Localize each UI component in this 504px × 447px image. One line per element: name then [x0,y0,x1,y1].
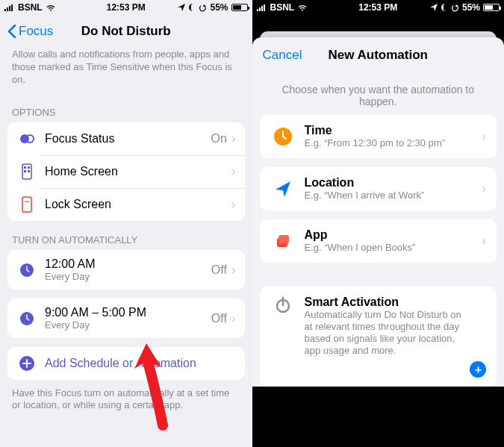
plus-badge-icon[interactable]: ＋ [470,361,486,378]
page-title: Do Not Disturb [0,24,252,39]
chevron-right-icon: › [482,181,486,196]
schedule-1: 12:00 AM Every Day Off › [7,250,245,290]
svg-rect-7 [24,166,26,169]
row-value: On [211,132,226,146]
status-bar: BSNL 12:53 PM ⭯ 55% [252,0,505,15]
card-time[interactable]: Time E.g. “From 12:30 pm to 2:30 pm” › [260,115,497,158]
add-label: Add Schedule or Automation [45,357,196,370]
svg-rect-6 [22,164,31,179]
chevron-right-icon: › [231,131,236,146]
plus-circle-icon [16,355,37,372]
clock-icon [16,262,37,278]
chevron-right-icon: › [231,197,236,212]
clock-label: 12:53 PM [252,2,505,13]
chevron-right-icon: › [482,234,486,248]
card-title: Time [305,124,482,137]
chevron-right-icon: › [482,129,486,144]
svg-rect-11 [22,197,31,212]
footer-note: Have this Focus turn on automatically at… [0,380,252,419]
schedule-value: Off [211,263,227,277]
schedule-sub: Every Day [45,319,211,331]
schedule-row[interactable]: 9:00 AM – 5:00 PM Every Day Off › [7,298,245,338]
section-header-options: OPTIONS [0,93,252,122]
row-focus-status[interactable]: Focus Status On › [7,122,245,155]
options-list: Focus Status On › Home Screen › Lock Scr… [7,122,245,221]
chevron-right-icon: › [231,311,236,326]
card-title: App [305,228,482,242]
left-screen: BSNL 12:53 PM ⭯ 55% Focus Do Not Disturb… [0,0,252,447]
nav-bar: Focus Do Not Disturb [0,15,252,48]
svg-rect-10 [28,170,30,172]
card-title: Smart Activation [305,296,464,309]
home-screen-icon [16,163,37,180]
focus-status-icon [16,131,37,147]
sheet-nav: Cancel New Automation [252,37,505,73]
row-label: Focus Status [45,132,211,146]
svg-rect-9 [24,170,26,172]
lock-screen-icon [16,196,37,213]
card-smart-activation[interactable]: Smart Activation Automatically turn Do N… [260,287,497,387]
card-sub: E.g. “When I arrive at Work” [305,190,482,201]
schedule-value: Off [211,312,227,325]
schedule-2: 9:00 AM – 5:00 PM Every Day Off › [7,298,245,338]
chevron-right-icon: › [231,263,236,278]
svg-rect-22 [279,235,289,244]
section-header-auto: TURN ON AUTOMATICALLY [0,221,252,250]
modal-sheet: Cancel New Automation Choose when you wa… [252,37,505,387]
battery-icon [483,4,500,11]
schedule-sub: Every Day [45,271,211,282]
right-screen: BSNL 12:53 PM ⭯ 55% Cancel New Automatio… [252,0,505,447]
time-icon [270,126,296,147]
truncated-description: Allow calls and notifications from peopl… [0,48,252,93]
add-schedule-button[interactable]: Add Schedule or Automation [7,347,245,380]
clock-icon [16,310,37,327]
card-sub: E.g. “From 12:30 pm to 2:30 pm” [305,137,482,149]
schedule-time: 9:00 AM – 5:00 PM [45,306,211,319]
card-sub: E.g. “When I open Books” [305,242,482,254]
chevron-right-icon: › [231,164,236,179]
row-label: Home Screen [45,165,231,178]
schedule-row[interactable]: 12:00 AM Every Day Off › [7,250,245,290]
schedule-time: 12:00 AM [45,257,211,271]
card-app[interactable]: App E.g. “When I open Books” › [260,219,497,263]
clock-label: 12:53 PM [0,2,252,13]
location-arrow-icon [270,179,296,199]
add-schedule: Add Schedule or Automation [7,347,245,380]
svg-rect-8 [28,166,30,169]
sheet-title: New Automation [252,48,505,63]
row-home-screen[interactable]: Home Screen › [7,155,245,188]
app-stack-icon [270,231,296,251]
card-title: Location [305,176,482,190]
power-icon [270,296,296,315]
sheet-hint: Choose when you want the automation to h… [252,73,505,115]
card-sub: Automatically turn Do Not Disturb on at … [305,309,464,357]
row-lock-screen[interactable]: Lock Screen › [7,188,245,221]
row-label: Lock Screen [45,198,231,211]
status-bar: BSNL 12:53 PM ⭯ 55% [0,0,252,15]
card-location[interactable]: Location E.g. “When I arrive at Work” › [260,167,497,210]
battery-icon [231,4,248,11]
